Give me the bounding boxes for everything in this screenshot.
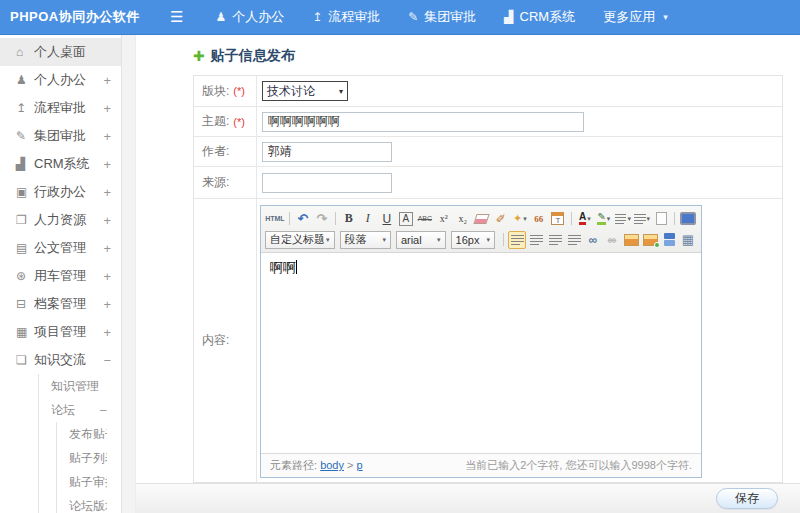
subscript-button[interactable]: x₂ bbox=[454, 210, 472, 228]
expand-icon[interactable]: + bbox=[103, 73, 111, 88]
font-color-button[interactable]: A▾ bbox=[576, 210, 594, 228]
ordered-list-button[interactable]: ▾ bbox=[614, 210, 632, 228]
bold-button[interactable]: B bbox=[340, 210, 358, 228]
paragraph-select[interactable]: 段落▾ bbox=[340, 231, 391, 249]
font-select[interactable]: arial▾ bbox=[396, 231, 446, 249]
align-center-button[interactable] bbox=[527, 231, 545, 249]
board-select[interactable]: 技术讨论 ▾ bbox=[262, 81, 348, 101]
expand-icon[interactable]: + bbox=[103, 269, 111, 284]
fontsize-select[interactable]: 16px▾ bbox=[451, 231, 495, 249]
sidebar-item-desktop[interactable]: ⌂ 个人桌面 bbox=[0, 38, 121, 66]
highlight-color-button[interactable]: ✎▾ bbox=[595, 210, 613, 228]
underline-button[interactable]: U bbox=[378, 210, 396, 228]
sidebar-item-post-approval[interactable]: 贴子审批 bbox=[57, 470, 121, 494]
char-counter: 当前已输入2个字符, 您还可以输入9998个字符. bbox=[465, 458, 692, 473]
sidebar-item-workflow-approval[interactable]: ↥ 流程审批 + bbox=[0, 94, 121, 122]
sidebar-item-project-mgmt[interactable]: ▦ 项目管理 + bbox=[0, 318, 121, 346]
insert-date-button[interactable]: T bbox=[549, 210, 567, 228]
net-image-icon bbox=[643, 234, 658, 246]
app-logo: PHPOA协同办公软件 bbox=[0, 8, 156, 26]
plus-icon: ✚ bbox=[193, 48, 205, 64]
collapse-icon[interactable]: − bbox=[99, 403, 107, 418]
nav-item-group-approval[interactable]: ✎ 集团审批 bbox=[408, 8, 476, 26]
expand-icon[interactable]: + bbox=[103, 325, 111, 340]
monitor-icon bbox=[680, 212, 696, 225]
redo-button[interactable]: ↷ bbox=[313, 210, 331, 228]
sidebar-item-archive-mgmt[interactable]: ⊟ 档案管理 + bbox=[0, 290, 121, 318]
sidebar-item-vehicle-mgmt[interactable]: ⊛ 用车管理 + bbox=[0, 262, 121, 290]
superscript-button[interactable]: x² bbox=[435, 210, 453, 228]
sidebar-item-personal-office[interactable]: ♟ 个人办公 + bbox=[0, 66, 121, 94]
font-border-button[interactable]: A bbox=[397, 210, 415, 228]
eraser-icon bbox=[474, 214, 490, 224]
author-input[interactable] bbox=[262, 142, 392, 162]
nav-item-crm[interactable]: ▟ CRM系统 bbox=[504, 8, 575, 26]
source-input[interactable] bbox=[262, 173, 392, 193]
expand-icon[interactable]: + bbox=[103, 101, 111, 116]
sidebar-item-knowledge-mgmt[interactable]: 知识管理 bbox=[39, 374, 121, 398]
expand-icon[interactable]: + bbox=[103, 297, 111, 312]
toolbar-separator bbox=[674, 212, 675, 225]
content-area: ✚ 贴子信息发布 版块: (*) 技术讨论 ▾ bbox=[136, 35, 800, 483]
subject-input[interactable] bbox=[262, 112, 584, 132]
image-icon bbox=[624, 234, 639, 246]
autotypeset-button[interactable]: ✦▾ bbox=[511, 210, 529, 228]
sidebar-item-hr[interactable]: ❐ 人力资源 + bbox=[0, 206, 121, 234]
editor-content[interactable]: 啊啊 bbox=[261, 253, 701, 453]
new-document-button[interactable] bbox=[652, 210, 670, 228]
board-label: 版块: (*) bbox=[194, 76, 256, 106]
sidebar-item-post-publish[interactable]: 发布贴子 bbox=[57, 422, 121, 446]
expand-icon[interactable]: + bbox=[103, 129, 111, 144]
top-navbar: PHPOA协同办公软件 ☰ ♟ 个人办公 ↥ 流程审批 ✎ 集团审批 ▟ CRM… bbox=[0, 0, 800, 35]
sidebar-item-post-list[interactable]: 贴子列表 bbox=[57, 446, 121, 470]
sidebar-item-document-mgmt[interactable]: ▤ 公文管理 + bbox=[0, 234, 121, 262]
align-justify-button[interactable] bbox=[565, 231, 583, 249]
insert-net-image-button[interactable] bbox=[641, 231, 659, 249]
sidebar-item-crm[interactable]: ▟ CRM系统 + bbox=[0, 150, 121, 178]
align-right-button[interactable] bbox=[546, 231, 564, 249]
path-body-link[interactable]: body bbox=[320, 459, 344, 471]
italic-button[interactable]: I bbox=[359, 210, 377, 228]
style-select[interactable]: 自定义标题▾ bbox=[265, 231, 335, 249]
format-brush-button[interactable]: ✐ bbox=[492, 210, 510, 228]
expand-icon[interactable]: + bbox=[103, 241, 111, 256]
strikethrough-button[interactable]: ABC bbox=[416, 210, 434, 228]
expand-icon[interactable]: + bbox=[103, 213, 111, 228]
nav-item-personal-office[interactable]: ♟ 个人办公 bbox=[215, 8, 284, 26]
remove-format-button[interactable] bbox=[473, 210, 491, 228]
sidebar-item-group-approval[interactable]: ✎ 集团审批 + bbox=[0, 122, 121, 150]
align-left-button[interactable] bbox=[508, 231, 526, 249]
collapse-icon[interactable]: − bbox=[103, 353, 111, 368]
align-justify-icon bbox=[568, 234, 581, 245]
insert-media-button[interactable] bbox=[660, 231, 678, 249]
menu-toggle-icon[interactable]: ☰ bbox=[170, 8, 183, 26]
unordered-list-button[interactable]: ▾ bbox=[633, 210, 651, 228]
sidebar-item-knowledge-exchange[interactable]: ❏ 知识交流 − bbox=[0, 346, 121, 374]
expand-icon[interactable]: + bbox=[103, 157, 111, 172]
nav-item-workflow-approval[interactable]: ↥ 流程审批 bbox=[312, 8, 380, 26]
toolbar-separator bbox=[289, 212, 290, 225]
undo-button[interactable]: ↶ bbox=[294, 210, 312, 228]
preview-button[interactable] bbox=[679, 210, 697, 228]
insert-image-button[interactable] bbox=[622, 231, 640, 249]
insert-table-button[interactable]: ▦ bbox=[679, 231, 697, 249]
nav-item-label: 集团审批 bbox=[424, 8, 476, 26]
person-icon: ♟ bbox=[16, 73, 34, 87]
form-footer: 保存 bbox=[136, 483, 800, 513]
sidebar-item-forum-board-settings[interactable]: 论坛版块设置 bbox=[57, 494, 121, 513]
editor-status-bar: 元素路径: body > p 当前已输入2个字符, 您还可以输入9998个字符. bbox=[261, 453, 701, 477]
expand-icon[interactable]: + bbox=[103, 185, 111, 200]
html-source-button[interactable]: HTML bbox=[265, 210, 285, 228]
briefcase-icon: ▣ bbox=[16, 185, 34, 199]
save-button[interactable]: 保存 bbox=[716, 488, 778, 509]
sidebar-item-admin-office[interactable]: ▣ 行政办公 + bbox=[0, 178, 121, 206]
blockquote-button[interactable]: 66 bbox=[530, 210, 548, 228]
knowledge-exchange-subtree: 知识管理 论坛 − 发布贴子 贴子列表 贴子审批 论坛版块设置 bbox=[38, 374, 121, 513]
unlink-button[interactable]: ∞ bbox=[603, 231, 621, 249]
link-button[interactable]: ∞ bbox=[584, 231, 602, 249]
edit-icon: ✎ bbox=[408, 10, 418, 24]
nav-item-more-apps[interactable]: 更多应用 ▾ bbox=[603, 8, 668, 26]
sidebar-item-forum[interactable]: 论坛 − bbox=[39, 398, 121, 422]
path-p-link[interactable]: p bbox=[357, 459, 363, 471]
unordered-list-icon bbox=[634, 213, 646, 224]
